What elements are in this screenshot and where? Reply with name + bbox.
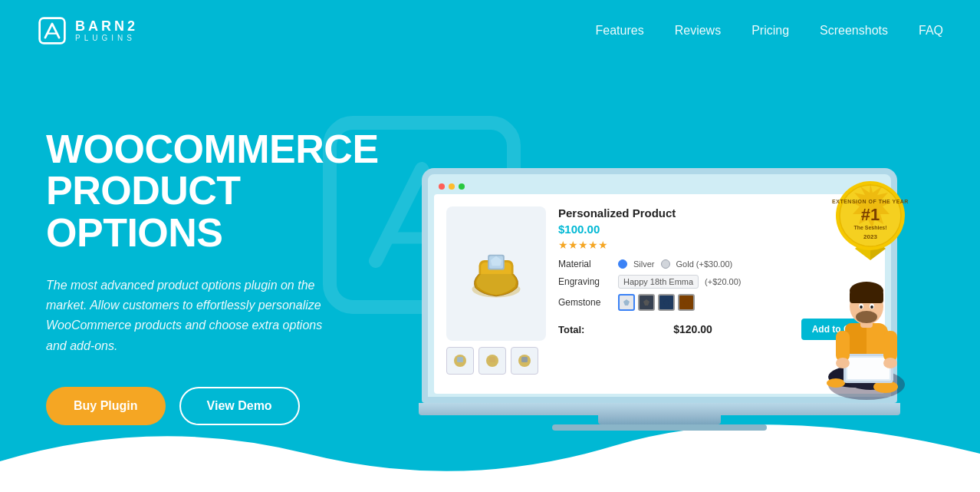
nav-features[interactable]: Features: [596, 24, 644, 37]
svg-marker-26: [683, 299, 689, 305]
svg-rect-37: [850, 291, 883, 303]
svg-point-38: [856, 311, 877, 323]
svg-point-41: [860, 305, 863, 309]
svg-text:2023: 2023: [863, 233, 877, 240]
person-illustration: [805, 254, 928, 408]
laptop-stand: [598, 415, 721, 424]
svg-marker-23: [623, 299, 630, 305]
svg-rect-0: [40, 18, 65, 44]
hero-description: The most advanced product options plugin…: [46, 276, 337, 357]
award-badge: EXTENSION OF THE YEAR #1 The Seshies! 20…: [828, 176, 913, 260]
nav-screenshots[interactable]: Screenshots: [820, 24, 888, 37]
svg-text:The Seshies!: The Seshies!: [853, 225, 886, 230]
svg-rect-46: [836, 331, 850, 362]
logo[interactable]: BARN2 PLUGINS: [37, 15, 138, 46]
total-label: Total:: [558, 324, 584, 335]
svg-rect-22: [521, 357, 528, 362]
product-image-col: [446, 206, 546, 381]
logo-icon: [37, 15, 67, 46]
product-title: Personalized Product: [558, 206, 873, 220]
product-price: $100.00: [558, 223, 873, 236]
minimize-dot: [449, 183, 455, 190]
view-demo-button[interactable]: View Demo: [179, 387, 300, 425]
svg-text:EXTENSION OF THE YEAR: EXTENSION OF THE YEAR: [832, 199, 909, 204]
material-label: Material: [558, 259, 612, 269]
gemstone-swatches: [618, 294, 695, 311]
logo-text: BARN2 PLUGINS: [75, 19, 138, 43]
svg-point-31: [827, 378, 845, 388]
close-dot: [439, 183, 445, 190]
ring-illustration: [462, 239, 531, 309]
maximize-dot: [459, 183, 465, 190]
gem-swatch-4[interactable]: [678, 294, 695, 311]
nav-pricing[interactable]: Pricing: [751, 24, 789, 37]
gem-swatch-2[interactable]: [638, 294, 655, 311]
svg-point-48: [836, 358, 850, 368]
thumb-1[interactable]: [446, 347, 474, 375]
svg-point-42: [870, 305, 873, 309]
gem-swatch-3[interactable]: [658, 294, 675, 311]
hero-title: WOOCOMMERCE PRODUCT OPTIONS: [46, 128, 399, 254]
hero-section: WOOCOMMERCE PRODUCT OPTIONS The most adv…: [0, 61, 980, 492]
svg-marker-24: [643, 299, 649, 305]
product-stars: ★★★★★: [558, 239, 873, 251]
laptop-mockup: EXTENSION OF THE YEAR #1 The Seshies! 20…: [422, 168, 897, 431]
svg-rect-45: [847, 358, 890, 379]
product-thumbnails: [446, 347, 546, 375]
product-image: [446, 206, 546, 341]
svg-point-49: [883, 358, 897, 368]
logo-name: BARN2: [75, 19, 138, 35]
gold-swatch[interactable]: [661, 259, 670, 269]
svg-rect-20: [489, 357, 495, 362]
engraving-label: Engraving: [558, 276, 612, 287]
svg-text:#1: #1: [861, 205, 880, 224]
gem-swatch-1[interactable]: [618, 294, 635, 311]
svg-rect-47: [883, 331, 897, 362]
total-price: $120.00: [673, 323, 712, 335]
svg-marker-25: [663, 299, 669, 305]
hero-content: WOOCOMMERCE PRODUCT OPTIONS The most adv…: [0, 61, 399, 492]
silver-swatch[interactable]: [618, 259, 627, 269]
hero-buttons: Buy Plugin View Demo: [46, 387, 399, 425]
engraving-addon: (+$20.00): [705, 277, 741, 286]
laptop-foot: [552, 424, 767, 431]
buy-plugin-button[interactable]: Buy Plugin: [46, 387, 166, 425]
thumb-2[interactable]: [478, 347, 506, 375]
material-gold: Gold (+$30.00): [676, 259, 733, 269]
material-silver: Silver: [633, 259, 655, 269]
thumb-3[interactable]: [511, 347, 538, 375]
gemstone-label: Gemstone: [558, 297, 612, 308]
svg-rect-18: [457, 357, 463, 362]
nav-reviews[interactable]: Reviews: [675, 24, 721, 37]
window-controls: [434, 180, 885, 194]
navbar: BARN2 PLUGINS Features Reviews Pricing S…: [0, 0, 980, 61]
engraving-value: Happy 18th Emma: [618, 275, 699, 289]
hero-visual: EXTENSION OF THE YEAR #1 The Seshies! 20…: [399, 61, 980, 492]
nav-faq[interactable]: FAQ: [919, 24, 943, 37]
nav-links: Features Reviews Pricing Screenshots FAQ: [596, 24, 943, 38]
logo-plugins: PLUGINS: [75, 34, 138, 42]
